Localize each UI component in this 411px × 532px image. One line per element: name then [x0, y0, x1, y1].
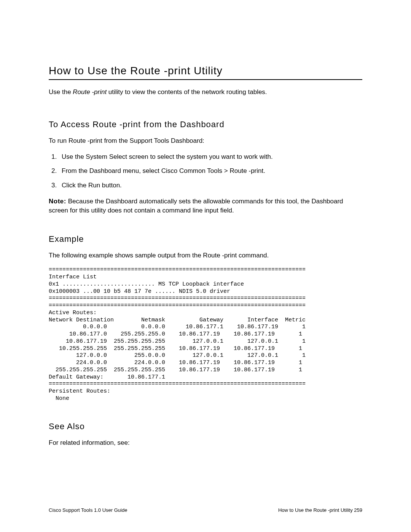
section-heading-seealso: See Also — [49, 422, 362, 431]
example-code-block: ========================================… — [49, 267, 362, 402]
intro-paragraph: Use the Route -print utility to view the… — [49, 88, 362, 97]
footer-left: Cisco Support Tools 1.0 User Guide — [49, 507, 127, 513]
section-lead-access: To run Route -print from the Support Too… — [49, 136, 362, 145]
step-item: Click the Run button. — [59, 181, 362, 190]
intro-text-post: utility to view the contents of the netw… — [107, 88, 267, 96]
section-lead-example: The following example shows sample outpu… — [49, 251, 362, 260]
section-heading-access: To Access Route -print from the Dashboar… — [49, 120, 362, 129]
footer-right: How to Use the Route -print Utility 259 — [278, 507, 362, 513]
section-heading-example: Example — [49, 234, 362, 244]
section-lead-seealso: For related information, see: — [49, 438, 362, 447]
steps-list: Use the System Select screen to select t… — [49, 152, 362, 190]
page: How to Use the Route -print Utility Use … — [0, 0, 411, 532]
page-footer: Cisco Support Tools 1.0 User Guide How t… — [49, 507, 362, 513]
note-label: Note: — [49, 198, 66, 205]
page-title: How to Use the Route -print Utility — [49, 65, 362, 80]
step-item: Use the System Select screen to select t… — [59, 152, 362, 161]
intro-text-pre: Use the — [49, 88, 73, 96]
step-item: From the Dashboard menu, select Cisco Co… — [59, 166, 362, 176]
note-text: Because the Dashboard automatically sets… — [49, 198, 343, 214]
note-paragraph: Note: Because the Dashboard automaticall… — [49, 197, 362, 215]
intro-text-em: Route -print — [73, 88, 107, 96]
